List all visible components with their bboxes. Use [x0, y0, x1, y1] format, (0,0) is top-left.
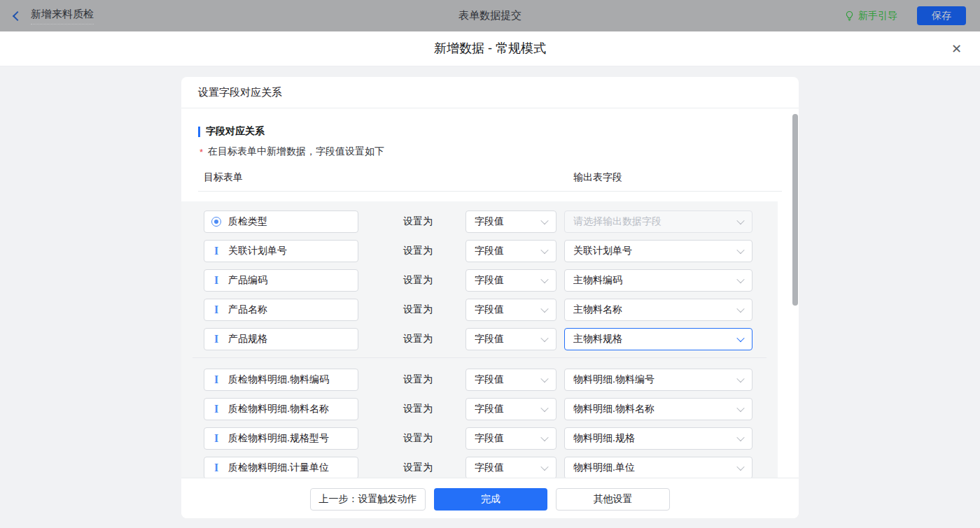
target-field-label: 质检物料明细.物料编码: [228, 373, 329, 386]
output-field-select[interactable]: 主物料编码: [564, 269, 752, 292]
chevron-down-icon: [540, 304, 548, 312]
scrollbar[interactable]: [792, 114, 798, 306]
chevron-down-icon: [540, 334, 548, 341]
field-mapping-row: I 质检物料明细.物料编码 设置为 字段值 物料明细.物料编号: [204, 369, 778, 391]
field-mapping-row: 质检类型 设置为 字段值 请选择输出数据字段: [204, 211, 778, 233]
column-target-form: 目标表单: [204, 171, 243, 184]
close-icon[interactable]: ✕: [951, 43, 962, 55]
section-title-label: 字段对应关系: [206, 125, 265, 138]
set-as-label: 设置为: [403, 304, 433, 316]
target-field: I 质检物料明细.物料编码: [204, 369, 358, 391]
value-type-select[interactable]: 字段值: [465, 369, 556, 391]
value-type-select[interactable]: 字段值: [465, 211, 556, 233]
required-asterisk: *: [200, 145, 203, 159]
value-type-select[interactable]: 字段值: [465, 457, 556, 478]
target-field: I 产品名称: [204, 299, 358, 321]
text-field-icon: I: [211, 246, 221, 256]
guide-label: 新手引导: [858, 10, 897, 22]
text-field-icon: I: [211, 463, 221, 473]
field-mapping-row: I 产品编码 设置为 字段值 主物料编码: [204, 269, 778, 292]
radio-icon: [211, 217, 221, 227]
card-footer: 上一步：设置触发动作 完成 其他设置: [181, 478, 799, 518]
text-field-icon: I: [211, 276, 221, 285]
text-field-icon: I: [211, 375, 221, 385]
text-field-icon: I: [211, 334, 221, 344]
value-type-select[interactable]: 字段值: [465, 398, 556, 420]
target-field-label: 质检物料明细.物料名称: [228, 403, 329, 415]
target-field: I 产品规格: [204, 328, 358, 350]
output-field-select[interactable]: 请选择输出数据字段: [564, 211, 752, 233]
chevron-down-icon: [540, 275, 548, 283]
mapping-rows-panel: 质检类型 设置为 字段值 请选择输出数据字段 I 关联计划单号 设置为 字段值 …: [181, 201, 778, 478]
output-field-select[interactable]: 关联计划单号: [564, 240, 752, 262]
prev-step-button[interactable]: 上一步：设置触发动作: [310, 488, 426, 511]
chevron-down-icon: [736, 433, 744, 441]
column-headers: 目标表单 输出表字段: [181, 171, 799, 184]
done-button[interactable]: 完成: [434, 488, 547, 511]
card-title: 设置字段对应关系: [181, 77, 799, 108]
chevron-down-icon: [736, 245, 744, 253]
section-title: 字段对应关系: [198, 125, 799, 138]
divider: [198, 191, 782, 192]
back-icon[interactable]: [13, 10, 22, 20]
chevron-down-icon: [736, 404, 744, 411]
chevron-down-icon: [736, 275, 744, 283]
target-field-label: 关联计划单号: [228, 245, 287, 257]
section-marker: [198, 127, 200, 137]
output-field-select[interactable]: 主物料规格: [564, 328, 752, 350]
field-mapping-row: I 关联计划单号 设置为 字段值 关联计划单号: [204, 240, 778, 262]
chevron-down-icon: [736, 334, 744, 341]
output-field-select[interactable]: 主物料名称: [564, 299, 752, 321]
text-field-icon: I: [211, 434, 221, 443]
value-type-select[interactable]: 字段值: [465, 299, 556, 321]
set-as-label: 设置为: [403, 462, 433, 474]
chevron-down-icon: [736, 304, 744, 312]
chevron-down-icon: [540, 433, 548, 441]
flow-title[interactable]: 新增来料质检: [31, 8, 94, 24]
output-field-select[interactable]: 物料明细.规格: [564, 427, 752, 450]
chevron-down-icon: [736, 462, 744, 470]
topbar: 新增来料质检 表单数据提交 新手引导 保存: [0, 0, 980, 31]
target-field-label: 质检物料明细.计量单位: [228, 462, 329, 474]
set-as-label: 设置为: [403, 432, 433, 445]
text-field-icon: I: [211, 404, 221, 414]
target-field: 质检类型: [204, 211, 358, 233]
column-output-fields: 输出表字段: [573, 171, 622, 184]
target-field: I 质检物料明细.物料名称: [204, 398, 358, 420]
chevron-down-icon: [540, 245, 548, 253]
target-field-label: 产品规格: [228, 333, 267, 345]
value-type-select[interactable]: 字段值: [465, 240, 556, 262]
target-field: I 质检物料明细.计量单位: [204, 457, 358, 478]
target-field-label: 产品编码: [228, 274, 267, 287]
lightbulb-icon: [844, 10, 855, 21]
topbar-title: 表单数据提交: [0, 9, 980, 22]
field-mapping-card: 设置字段对应关系 字段对应关系 * 在目标表单中新增数据，字段值设置如下 目标表…: [181, 77, 799, 518]
field-mapping-row: I 产品名称 设置为 字段值 主物料名称: [204, 299, 778, 321]
field-mapping-row: I 质检物料明细.物料名称 设置为 字段值 物料明细.物料名称: [204, 398, 778, 420]
output-field-select[interactable]: 物料明细.物料编号: [564, 369, 752, 391]
modal-header: 新增数据 - 常规模式 ✕: [0, 31, 980, 66]
target-field: I 关联计划单号: [204, 240, 358, 262]
output-field-select[interactable]: 物料明细.物料名称: [564, 398, 752, 420]
chevron-down-icon: [540, 404, 548, 411]
field-mapping-row: I 质检物料明细.计量单位 设置为 字段值 物料明细.单位: [204, 457, 778, 478]
chevron-down-icon: [540, 216, 548, 224]
scroll-area: 字段对应关系 * 在目标表单中新增数据，字段值设置如下 目标表单 输出表字段 质…: [181, 108, 799, 478]
target-field-label: 产品名称: [228, 304, 267, 316]
modal-title: 新增数据 - 常规模式: [0, 31, 980, 66]
target-field: I 产品编码: [204, 269, 358, 292]
value-type-select[interactable]: 字段值: [465, 328, 556, 350]
other-settings-button[interactable]: 其他设置: [556, 488, 670, 511]
set-as-label: 设置为: [403, 373, 433, 386]
beginner-guide-link[interactable]: 新手引导: [844, 10, 897, 22]
group-divider: [192, 357, 766, 358]
value-type-select[interactable]: 字段值: [465, 427, 556, 450]
save-button[interactable]: 保存: [917, 6, 966, 25]
text-field-icon: I: [211, 305, 221, 315]
target-field-label: 质检物料明细.规格型号: [228, 432, 329, 445]
output-field-select[interactable]: 物料明细.单位: [564, 457, 752, 478]
target-field: I 质检物料明细.规格型号: [204, 427, 358, 450]
value-type-select[interactable]: 字段值: [465, 269, 556, 292]
section-note: * 在目标表单中新增数据，字段值设置如下: [200, 145, 799, 159]
target-field-label: 质检类型: [228, 215, 267, 228]
